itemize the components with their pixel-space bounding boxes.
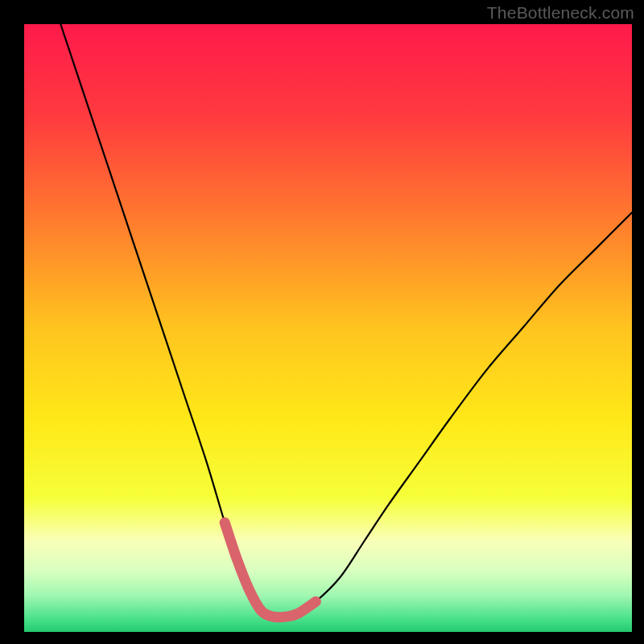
gradient-background: [24, 24, 632, 632]
bottleneck-chart: [0, 0, 644, 644]
chart-frame: TheBottleneck.com: [0, 0, 644, 644]
